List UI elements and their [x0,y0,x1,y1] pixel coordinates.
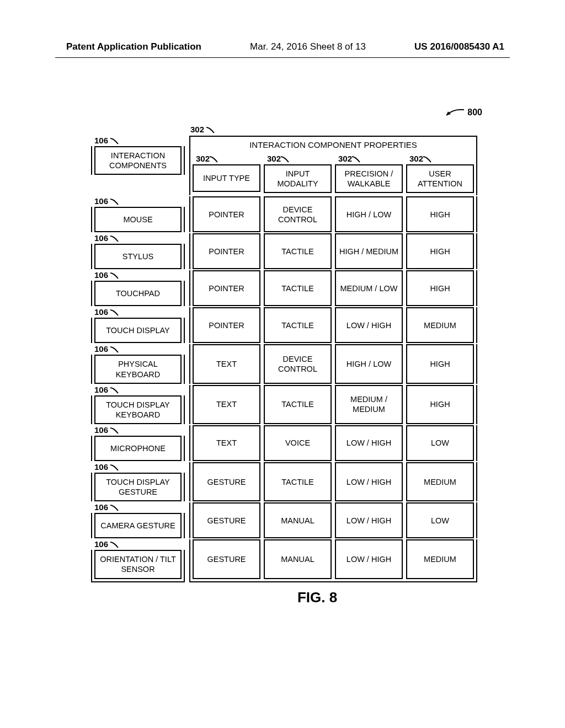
table-row: 106 ORIENTATION / TILT SENSOR GESTURE MA… [91,539,477,582]
ref-302-col2: 302 [267,154,332,163]
row-precision: HIGH / MEDIUM [335,233,403,269]
row-input-type: POINTER [193,196,260,232]
ref-106-row: 106 [94,344,185,354]
ref-106-row: 106 [94,270,185,280]
table-row: 106 TOUCHPAD POINTER TACTILE MEDIUM / LO… [91,270,477,306]
col-user-attention: USER ATTENTION [406,164,474,193]
ref-106-row: 106 [94,539,185,549]
ref-106-row: 106 [94,462,185,472]
row-input-type: TEXT [193,344,260,383]
table-row: 106 MICROPHONE TEXT VOICE LOW / HIGH LOW [91,425,477,461]
table-row: 106 TOUCH DISPLAY GESTURE GESTURE TACTIL… [91,462,477,501]
row-attention: HIGH [406,344,474,383]
table-row: 106 TOUCH DISPLAY POINTER TACTILE LOW / … [91,307,477,343]
table-row: 106 MOUSE POINTER DEVICE CONTROL HIGH / … [91,196,477,232]
row-input-type: POINTER [193,233,260,269]
row-precision: LOW / HIGH [335,462,403,501]
row-attention: LOW [406,425,474,461]
row-attention: HIGH [406,233,474,269]
row-precision: LOW / HIGH [335,307,403,343]
row-input-modality: TACTILE [264,270,332,306]
properties-group: INTERACTION COMPONENT PROPERTIES 302 INP… [189,136,477,195]
row-input-modality: TACTILE [264,462,332,501]
ref-302-col3: 302 [338,154,403,163]
row-attention: MEDIUM [406,462,474,501]
row-input-modality: DEVICE CONTROL [264,196,332,232]
ref-106-row: 106 [94,502,185,512]
row-input-modality: TACTILE [264,307,332,343]
header-rule [55,57,510,58]
ref-106-header: 106 [94,136,185,145]
row-input-type: POINTER [193,307,260,343]
row-precision: LOW / HIGH [335,425,403,461]
row-component-name: ORIENTATION / TILT SENSOR [94,550,182,579]
table-row: 106 PHYSICAL KEYBOARD TEXT DEVICE CONTRO… [91,344,477,383]
row-component-name: TOUCH DISPLAY KEYBOARD [94,395,182,424]
table-row: 106 TOUCH DISPLAY KEYBOARD TEXT TACTILE … [91,385,477,424]
ref-302-col4: 302 [409,154,474,163]
row-input-modality: TACTILE [264,233,332,269]
figure-caption: FIG. 8 [157,589,477,606]
col-precision-walkable: PRECISION / WALKABLE [335,164,403,193]
header-mid: Mar. 24, 2016 Sheet 8 of 13 [250,41,366,52]
row-input-modality: TACTILE [264,385,332,424]
figure-8: 106 INTERACTION COMPONENTS INTERACTION C… [91,110,477,606]
table-row: 106 STYLUS POINTER TACTILE HIGH / MEDIUM… [91,233,477,269]
row-input-type: GESTURE [193,462,260,501]
row-attention: HIGH [406,196,474,232]
ref-302-col1: 302 [196,154,260,163]
row-input-modality: VOICE [264,425,332,461]
row-input-type: TEXT [193,385,260,424]
row-precision: LOW / HIGH [335,539,403,579]
table-row: 106 CAMERA GESTURE GESTURE MANUAL LOW / … [91,502,477,538]
row-input-type: GESTURE [193,539,260,579]
row-component-name: MICROPHONE [94,436,182,461]
ref-106-row: 106 [94,385,185,394]
row-input-modality: MANUAL [264,539,332,579]
row-component-name: CAMERA GESTURE [94,513,182,538]
ref-106-row: 106 [94,425,185,435]
row-precision: MEDIUM / MEDIUM [335,385,403,424]
row-precision: MEDIUM / LOW [335,270,403,306]
col-input-type: INPUT TYPE [193,164,260,192]
row-precision: LOW / HIGH [335,502,403,538]
row-input-modality: DEVICE CONTROL [264,344,332,383]
row-component-name: TOUCHPAD [94,281,182,306]
row-input-type: POINTER [193,270,260,306]
header-right: US 2016/0085430 A1 [414,41,504,52]
row-attention: MEDIUM [406,307,474,343]
row-component-name: PHYSICAL KEYBOARD [94,355,182,383]
row-attention: LOW [406,502,474,538]
ref-106-row: 106 [94,307,185,317]
row-component-name: TOUCH DISPLAY [94,318,182,343]
row-input-modality: MANUAL [264,502,332,538]
row-input-type: TEXT [193,425,260,461]
header-left: Patent Application Publication [66,41,201,52]
ref-106-row: 106 [94,196,185,206]
row-component-name: TOUCH DISPLAY GESTURE [94,473,182,501]
ref-106-row: 106 [94,233,185,243]
row-precision: HIGH / LOW [335,344,403,383]
row-component-name: STYLUS [94,244,182,269]
row-component-name: MOUSE [94,207,182,232]
page-header: Patent Application Publication Mar. 24, … [0,41,565,52]
row-attention: HIGH [406,270,474,306]
properties-title: INTERACTION COMPONENT PROPERTIES [193,139,474,154]
header-interaction-components: INTERACTION COMPONENTS [94,146,182,175]
row-input-type: GESTURE [193,502,260,538]
row-attention: HIGH [406,385,474,424]
col-input-modality: INPUT MODALITY [264,164,332,193]
row-attention: MEDIUM [406,539,474,579]
row-precision: HIGH / LOW [335,196,403,232]
